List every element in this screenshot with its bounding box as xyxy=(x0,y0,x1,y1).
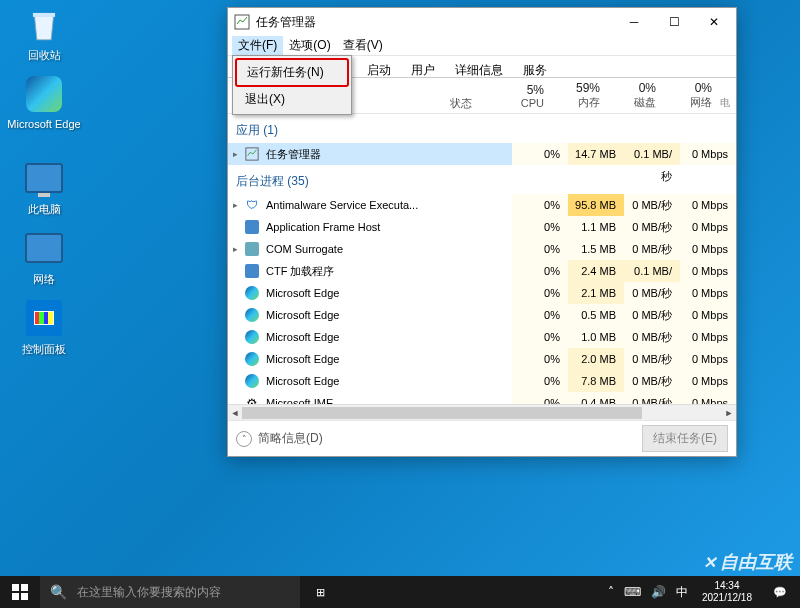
watermark: 自由互联 xyxy=(703,550,792,574)
expand-icon[interactable]: ▸ xyxy=(228,244,242,254)
close-button[interactable]: ✕ xyxy=(694,9,734,35)
process-row[interactable]: ▸COM Surrogate0%1.5 MB0 MB/秒0 Mbps xyxy=(228,238,736,260)
process-icon xyxy=(244,219,260,235)
maximize-button[interactable]: ☐ xyxy=(654,9,694,35)
network-cell: 0 Mbps xyxy=(680,216,736,238)
scroll-thumb[interactable] xyxy=(242,407,642,419)
process-row[interactable]: ▸🛡Antimalware Service Executa...0%95.8 M… xyxy=(228,194,736,216)
process-row[interactable]: ⚙Microsoft IME0%0.4 MB0 MB/秒0 Mbps xyxy=(228,392,736,404)
menu-run-new-task[interactable]: 运行新任务(N) xyxy=(235,58,349,87)
header-extra[interactable]: 电 xyxy=(720,78,730,113)
expand-icon[interactable]: ▸ xyxy=(228,200,242,210)
header-status[interactable]: 状态 xyxy=(446,78,496,113)
process-name: Application Frame Host xyxy=(266,221,462,233)
system-tray: ˄ ⌨ 🔊 中 14:34 2021/12/18 💬 xyxy=(602,576,800,608)
cpu-cell: 0% xyxy=(512,238,568,260)
pc-label: 此电脑 xyxy=(6,202,82,217)
memory-cell: 1.5 MB xyxy=(568,238,624,260)
header-disk[interactable]: 0%磁盘 xyxy=(608,78,664,113)
process-icon xyxy=(244,146,260,162)
menu-options[interactable]: 选项(O) xyxy=(283,36,336,55)
this-pc[interactable]: 此电脑 xyxy=(6,158,82,217)
scroll-left-icon[interactable]: ◄ xyxy=(228,405,242,421)
tray-keyboard-icon[interactable]: ⌨ xyxy=(622,585,643,599)
header-memory[interactable]: 59%内存 xyxy=(552,78,608,113)
network-cell: 0 Mbps xyxy=(680,143,736,165)
network-cell: 0 Mbps xyxy=(680,348,736,370)
titlebar[interactable]: 任务管理器 ─ ☐ ✕ xyxy=(228,8,736,36)
scroll-right-icon[interactable]: ► xyxy=(722,405,736,421)
network-icon xyxy=(24,228,64,268)
process-icon xyxy=(244,329,260,345)
process-name: Microsoft Edge xyxy=(266,353,462,365)
notifications-button[interactable]: 💬 xyxy=(764,576,796,608)
minimize-button[interactable]: ─ xyxy=(614,9,654,35)
search-box[interactable]: 🔍 在这里输入你要搜索的内容 xyxy=(40,576,300,608)
task-manager-window: 任务管理器 ─ ☐ ✕ 文件(F) 选项(O) 查看(V) 运行新任务(N) 退… xyxy=(227,7,737,457)
memory-cell: 0.4 MB xyxy=(568,392,624,404)
process-row[interactable]: Microsoft Edge0%2.0 MB0 MB/秒0 Mbps xyxy=(228,348,736,370)
process-name: Microsoft Edge xyxy=(266,287,462,299)
control-panel[interactable]: 控制面板 xyxy=(6,298,82,357)
horizontal-scrollbar[interactable]: ◄ ► xyxy=(228,404,736,420)
windows-icon xyxy=(12,584,28,600)
menu-file[interactable]: 文件(F) xyxy=(232,36,283,55)
disk-cell: 0 MB/秒 xyxy=(624,216,680,238)
process-list[interactable]: 应用 (1) ▸任务管理器0%14.7 MB0.1 MB/秒0 Mbps 后台进… xyxy=(228,114,736,404)
process-name: 任务管理器 xyxy=(266,147,462,162)
process-row[interactable]: Microsoft Edge0%0.5 MB0 MB/秒0 Mbps xyxy=(228,304,736,326)
memory-cell: 2.1 MB xyxy=(568,282,624,304)
memory-cell: 7.8 MB xyxy=(568,370,624,392)
task-manager-icon xyxy=(234,14,250,30)
tab-users[interactable]: 用户 xyxy=(402,58,444,77)
process-name: CTF 加载程序 xyxy=(266,264,462,279)
start-button[interactable] xyxy=(0,576,40,608)
process-row[interactable]: Microsoft Edge0%7.8 MB0 MB/秒0 Mbps xyxy=(228,370,736,392)
tab-services[interactable]: 服务 xyxy=(514,58,556,77)
process-row[interactable]: ▸任务管理器0%14.7 MB0.1 MB/秒0 Mbps xyxy=(228,143,736,165)
disk-cell: 0 MB/秒 xyxy=(624,304,680,326)
svg-rect-3 xyxy=(21,584,28,591)
header-network[interactable]: 0%网络 xyxy=(664,78,720,113)
taskbar: 🔍 在这里输入你要搜索的内容 ⊞ ˄ ⌨ 🔊 中 14:34 2021/12/1… xyxy=(0,576,800,608)
disk-cell: 0 MB/秒 xyxy=(624,348,680,370)
process-row[interactable]: Microsoft Edge0%2.1 MB0 MB/秒0 Mbps xyxy=(228,282,736,304)
cpu-cell: 0% xyxy=(512,304,568,326)
disk-cell: 0 MB/秒 xyxy=(624,326,680,348)
tray-ime-icon[interactable]: 中 xyxy=(674,584,690,601)
end-task-button[interactable]: 结束任务(E) xyxy=(642,425,728,452)
tab-startup[interactable]: 启动 xyxy=(358,58,400,77)
tab-details[interactable]: 详细信息 xyxy=(446,58,512,77)
disk-cell: 0.1 MB/秒 xyxy=(624,143,680,165)
network-cell: 0 Mbps xyxy=(680,282,736,304)
process-icon: 🛡 xyxy=(244,197,260,213)
fewer-details-button[interactable]: ˄ 简略信息(D) xyxy=(236,430,323,447)
process-icon xyxy=(244,351,260,367)
clock[interactable]: 14:34 2021/12/18 xyxy=(696,580,758,604)
edge-shortcut[interactable]: Microsoft Edge xyxy=(6,74,82,130)
task-view-button[interactable]: ⊞ xyxy=(300,576,340,608)
window-title: 任务管理器 xyxy=(256,14,614,31)
process-row[interactable]: CTF 加载程序0%2.4 MB0.1 MB/秒0 Mbps xyxy=(228,260,736,282)
network[interactable]: 网络 xyxy=(6,228,82,287)
recycle-bin[interactable]: 回收站 xyxy=(6,4,82,63)
tray-chevron-icon[interactable]: ˄ xyxy=(606,585,616,599)
search-placeholder: 在这里输入你要搜索的内容 xyxy=(77,584,221,601)
control-panel-icon xyxy=(24,298,64,338)
section-background: 后台进程 (35) xyxy=(228,165,736,194)
process-icon xyxy=(244,241,260,257)
date: 2021/12/18 xyxy=(702,592,752,604)
file-menu-dropdown: 运行新任务(N) 退出(X) xyxy=(232,55,352,115)
process-row[interactable]: Application Frame Host0%1.1 MB0 MB/秒0 Mb… xyxy=(228,216,736,238)
process-row[interactable]: Microsoft Edge0%1.0 MB0 MB/秒0 Mbps xyxy=(228,326,736,348)
header-cpu[interactable]: 5%CPU xyxy=(496,78,552,113)
menu-exit[interactable]: 退出(X) xyxy=(235,87,349,112)
process-name: Microsoft Edge xyxy=(266,331,462,343)
expand-icon[interactable]: ▸ xyxy=(228,149,242,159)
memory-cell: 2.4 MB xyxy=(568,260,624,282)
network-cell: 0 Mbps xyxy=(680,238,736,260)
process-name: Microsoft Edge xyxy=(266,375,462,387)
menu-view[interactable]: 查看(V) xyxy=(337,36,389,55)
tray-volume-icon[interactable]: 🔊 xyxy=(649,585,668,599)
cpu-cell: 0% xyxy=(512,370,568,392)
